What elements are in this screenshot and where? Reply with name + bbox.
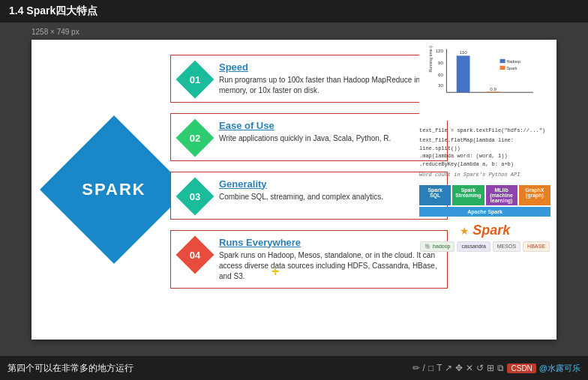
slide-dimensions: 1258 × 749 px [32, 28, 80, 36]
move-icon[interactable]: ✥ [455, 363, 463, 373]
main-content: 1258 × 749 px SPARK 01 [0, 22, 588, 356]
comp-mllib: MLlib(machinelearning) [486, 185, 518, 205]
pencil-icon[interactable]: ✏ [412, 363, 420, 373]
feature-desc-1: Run programs up to 100x faster than Hado… [219, 75, 440, 96]
arrow-icon[interactable]: ↗ [445, 363, 452, 373]
partner-hadoop: 🐘 hadoop [420, 241, 454, 252]
svg-text:60: 60 [438, 71, 443, 76]
code-line-2: text_file.flatMap(lambda line: line.spli… [419, 136, 550, 152]
svg-rect-6 [457, 55, 470, 92]
feature-item-1: 01 Speed Run programs up to 100x faster … [170, 55, 448, 103]
code-line-1: text_file = spark.textFile("hdfs://...") [419, 127, 550, 135]
feature-content-4: Runs Everywhere Spark runs on Hadoop, Me… [219, 237, 440, 282]
feature-number-3: 03 [178, 180, 212, 213]
feature-number-1: 01 [178, 63, 212, 96]
line-icon[interactable]: / [423, 363, 425, 373]
code-line-4: .reduceByKey(lambda a, b: a+b) [419, 160, 550, 169]
feature-number-4: 04 [178, 238, 212, 271]
components-area: SparkSQL SparkStreaming MLlib(machinelea… [419, 185, 550, 217]
spark-label: SPARK [82, 180, 146, 199]
bottom-toolbar: 第四个可以在非常多的地方运行 ✏ / □ T ↗ ✥ ✕ ↺ ⊞ ⧉ CSDN … [0, 356, 588, 380]
bar-chart: 120 90 60 30 110 0.9 Hadoo [419, 46, 550, 106]
diamond-number-1: 01 [190, 73, 200, 85]
svg-text:Spark: Spark [506, 66, 517, 70]
code-line-3: .map(lambda word: (word, 1)) [419, 152, 550, 160]
partner-cassandra: cassandra [457, 241, 490, 252]
partner-logos: 🐘 hadoop cassandra MESOS HBASE [419, 241, 550, 252]
components-row: SparkSQL SparkStreaming MLlib(machinelea… [419, 185, 550, 205]
spark-logo: Spark [472, 223, 510, 238]
slide-container: 1258 × 749 px SPARK 01 [0, 22, 588, 356]
csdn-badge: CSDN [507, 364, 536, 373]
features-area: 01 Speed Run programs up to 100x faster … [170, 55, 448, 299]
comp-apache-spark: Apache Spark [419, 207, 550, 217]
feature-number-2: 02 [178, 121, 212, 154]
comp-spark-sql: SparkSQL [419, 185, 451, 205]
comp-graphx: GraphX(graph) [519, 185, 550, 205]
right-panel: 120 90 60 30 110 0.9 Hadoo [419, 46, 550, 252]
diamond-number-3: 03 [190, 190, 200, 202]
grid-icon[interactable]: ⊞ [487, 363, 494, 373]
svg-text:0.9: 0.9 [490, 86, 496, 91]
plus-cursor: + [272, 264, 280, 280]
text-icon[interactable]: T [436, 363, 442, 373]
diamond-number-4: 04 [190, 249, 200, 260]
title-bar: 1.4 Spark四大特点 [0, 0, 588, 22]
svg-text:30: 30 [438, 82, 443, 88]
feature-item-2: 02 Ease of Use Write applications quickl… [170, 113, 448, 161]
feature-content-1: Speed Run programs up to 100x faster tha… [219, 61, 440, 96]
chart-area: 120 90 60 30 110 0.9 Hadoo [419, 46, 550, 121]
comp-streaming: SparkStreaming [452, 185, 484, 205]
feature-title-1: Speed [219, 61, 440, 73]
svg-rect-12 [500, 65, 506, 69]
svg-text:Running time (s): Running time (s) [428, 46, 433, 73]
feature-desc-3: Combine SQL, streaming, and complex anal… [219, 192, 440, 202]
spark-star-icon: ★ [460, 225, 470, 237]
toolbar-right: ✏ / □ T ↗ ✥ ✕ ↺ ⊞ ⧉ CSDN @水露可乐 [412, 363, 580, 374]
svg-text:Hadoop: Hadoop [506, 59, 520, 64]
feature-title-2: Ease of Use [219, 120, 440, 131]
feature-content-2: Ease of Use Write applications quickly i… [219, 120, 440, 144]
svg-rect-8 [487, 91, 500, 92]
slide-wrapper: 1258 × 749 px SPARK 01 [32, 40, 556, 340]
shape-icon[interactable]: □ [428, 363, 434, 373]
user-label: @水露可乐 [539, 363, 580, 374]
diamond-number-2: 02 [190, 132, 200, 143]
svg-rect-10 [500, 58, 506, 62]
code-caption: Word count in Spark's Python API [419, 171, 550, 179]
logo-area: ★ Spark [419, 223, 550, 238]
feature-title-4: Runs Everywhere [219, 237, 440, 248]
svg-text:110: 110 [459, 49, 467, 54]
feature-item-3: 03 Generality Combine SQL, streaming, an… [170, 172, 448, 220]
feature-title-3: Generality [219, 178, 440, 190]
feature-item-4: 04 Runs Everywhere Spark runs on Hadoop,… [170, 230, 448, 289]
partner-mesos: MESOS [493, 241, 520, 252]
feature-desc-4: Spark runs on Hadoop, Mesos, standalone,… [219, 250, 440, 282]
spark-diamond-container: SPARK [54, 130, 174, 250]
close-icon[interactable]: ✕ [466, 363, 473, 373]
copy-icon[interactable]: ⧉ [497, 363, 504, 373]
slide: SPARK 01 Speed Run programs up to 100x f… [32, 40, 556, 340]
svg-text:120: 120 [436, 47, 444, 52]
refresh-icon[interactable]: ↺ [476, 363, 484, 373]
svg-text:90: 90 [438, 59, 443, 64]
bottom-status-text: 第四个可以在非常多的地方运行 [8, 362, 134, 375]
code-area: text_file = spark.textFile("hdfs://...")… [419, 127, 550, 179]
partner-hbase: HBASE [523, 241, 550, 252]
feature-desc-2: Write applications quickly in Java, Scal… [219, 133, 440, 144]
feature-content-3: Generality Combine SQL, streaming, and c… [219, 178, 440, 202]
page-title: 1.4 Spark四大特点 [9, 4, 98, 16]
